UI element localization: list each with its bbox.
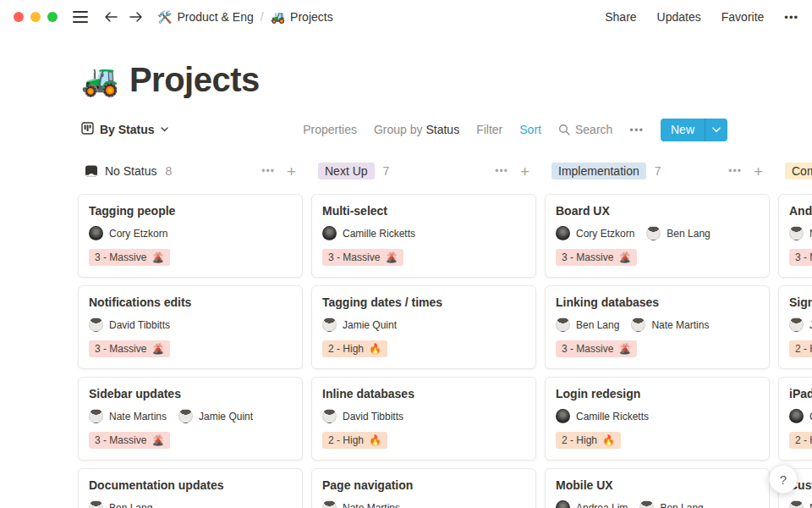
card-title: Login redesign: [556, 387, 759, 400]
card-title: Sidebar updates: [89, 387, 292, 400]
properties-button[interactable]: Properties: [303, 123, 357, 136]
maximize-window-icon[interactable]: [47, 12, 58, 22]
project-card[interactable]: Linking databases Ben Lang Nate Martins …: [545, 285, 770, 369]
avatar: [556, 409, 570, 423]
assignee: Ben Lang: [639, 500, 703, 508]
view-switcher[interactable]: By Status: [81, 122, 168, 137]
close-window-icon[interactable]: [14, 12, 24, 22]
toolbar-more-icon[interactable]: •••: [629, 124, 644, 136]
column-more-icon[interactable]: •••: [261, 165, 275, 177]
new-button-label[interactable]: New: [661, 119, 705, 141]
assignee: Andrea Lim: [556, 500, 628, 508]
column-more-icon[interactable]: •••: [728, 165, 742, 177]
column-header: Next Up 7 ••• +: [311, 160, 536, 182]
avatar: [89, 500, 103, 508]
priority-pill: 3 - Massive🌋: [556, 340, 637, 357]
new-button-chevron[interactable]: [705, 119, 727, 141]
assignee-name: Ben Lang: [667, 228, 710, 240]
board-view-icon: [81, 122, 94, 137]
column-add-button[interactable]: +: [754, 163, 763, 179]
project-card[interactable]: Android Nate Martins 3 - Massive🌋: [778, 194, 812, 278]
avatar: [322, 226, 337, 240]
assignee: Cory Etzkorn: [89, 226, 167, 240]
page-icon[interactable]: 🚜: [81, 65, 119, 96]
breadcrumb-workspace[interactable]: 🛠️ Product & Eng: [157, 10, 254, 24]
card-title: Tagging people: [89, 204, 292, 218]
avatar: [556, 226, 570, 240]
avatar: [89, 226, 103, 240]
breadcrumb-page[interactable]: 🚜 Projects: [271, 10, 333, 24]
priority-label: 2 - High: [795, 434, 812, 446]
project-card[interactable]: Inline databases David Tibbitts 2 - High…: [311, 377, 536, 461]
share-button[interactable]: Share: [605, 10, 636, 24]
help-button[interactable]: ?: [769, 465, 798, 494]
new-button[interactable]: New: [661, 119, 727, 141]
priority-pill: 2 - High🔥: [789, 340, 812, 357]
project-card[interactable]: Multi-select Camille Ricketts 3 - Massiv…: [311, 194, 536, 278]
favorite-button[interactable]: Favorite: [721, 10, 765, 24]
priority-emoji: 🔥: [369, 434, 381, 446]
forward-arrow-icon[interactable]: [129, 10, 144, 24]
sort-button[interactable]: Sort: [519, 123, 541, 136]
sidebar-toggle-icon[interactable]: [73, 11, 88, 23]
assignee-name: Cory Etzkorn: [576, 228, 634, 240]
assignee: Ben Lang: [556, 318, 619, 332]
project-card[interactable]: Documentation updates Ben Lang 2 - High🔥: [78, 468, 303, 508]
project-card[interactable]: Notifications edits David Tibbitts 3 - M…: [78, 285, 303, 369]
project-card[interactable]: Tagging dates / times Jamie Quint 2 - Hi…: [311, 285, 536, 369]
column-add-button[interactable]: +: [287, 163, 296, 179]
assignee: Ben Lang: [89, 500, 152, 508]
avatar: [89, 318, 103, 332]
project-card[interactable]: iPad app Cory Etzkorn 2 - High🔥: [778, 377, 812, 461]
priority-label: 3 - Massive: [562, 251, 613, 263]
column-count: 7: [655, 164, 661, 178]
project-card[interactable]: Mobile UX Andrea Lim Ben Lang 1- Normal🌱: [545, 468, 770, 508]
breadcrumb-separator: /: [259, 10, 266, 24]
database-toolbar: By Status Properties Group by Status Fil…: [0, 118, 812, 141]
assignee: Nate Martins: [631, 318, 709, 332]
board-column: Implementation 7 ••• + Board UX Cory Etz…: [545, 160, 770, 508]
group-by-button[interactable]: Group by Status: [374, 123, 459, 136]
assignee: Nate Martins: [789, 226, 812, 240]
avatar: [322, 318, 337, 332]
column-status-tag: Complete: [785, 163, 812, 179]
card-title: Board UX: [556, 204, 759, 218]
filter-button[interactable]: Filter: [476, 123, 502, 136]
assignee: Nate Martins: [322, 500, 400, 508]
minimize-window-icon[interactable]: [30, 12, 41, 22]
project-card[interactable]: Login redesign Camille Ricketts 2 - High…: [545, 377, 770, 461]
board: No Status 8 ••• + Tagging people Cory Et…: [0, 160, 812, 508]
assignee-name: Andrea Lim: [576, 502, 628, 508]
column-count: 7: [383, 164, 390, 178]
project-card[interactable]: Page navigation Nate Martins 1- Normal🌴: [311, 468, 536, 508]
assignee-name: Nate Martins: [651, 319, 709, 331]
priority-label: 3 - Massive: [562, 343, 613, 355]
traffic-lights: [14, 12, 58, 22]
priority-pill: 3 - Massive🌋: [89, 432, 170, 449]
assignee: Camille Ricketts: [556, 409, 649, 423]
column-more-icon[interactable]: •••: [495, 165, 508, 177]
breadcrumb: 🛠️ Product & Eng / 🚜 Projects: [157, 10, 333, 24]
project-card[interactable]: Sidebar updates Nate Martins Jamie Quint…: [78, 377, 303, 461]
window-more-icon[interactable]: •••: [784, 11, 798, 24]
card-title: Mobile UX: [556, 478, 759, 492]
board-column: Next Up 7 ••• + Multi-select Camille Ric…: [311, 160, 536, 508]
assignee-name: Cory Etzkorn: [109, 228, 167, 240]
avatar: [89, 409, 103, 423]
page-emoji-icon: 🚜: [271, 10, 285, 24]
project-card[interactable]: Tagging people Cory Etzkorn 3 - Massive🌋: [78, 194, 303, 278]
card-title: Sign up: [789, 295, 812, 309]
board-column: Complete ••• + Android Nate Martins 3 - …: [778, 160, 812, 508]
column-add-button[interactable]: +: [520, 163, 529, 179]
updates-button[interactable]: Updates: [657, 10, 701, 24]
search-button[interactable]: Search: [558, 123, 612, 136]
project-card[interactable]: Sign up Jamie Quint 2 - High🔥: [778, 285, 812, 369]
priority-pill: 3 - Massive🌋: [789, 249, 812, 266]
board-column: No Status 8 ••• + Tagging people Cory Et…: [78, 160, 303, 508]
project-card[interactable]: Board UX Cory Etzkorn Ben Lang 3 - Massi…: [545, 194, 770, 278]
assignee: David Tibbitts: [89, 318, 170, 332]
back-arrow-icon[interactable]: [103, 10, 118, 24]
priority-pill: 2 - High🔥: [322, 432, 387, 449]
assignee: Camille Ricketts: [322, 226, 415, 240]
assignee: Ben Lang: [646, 226, 710, 240]
